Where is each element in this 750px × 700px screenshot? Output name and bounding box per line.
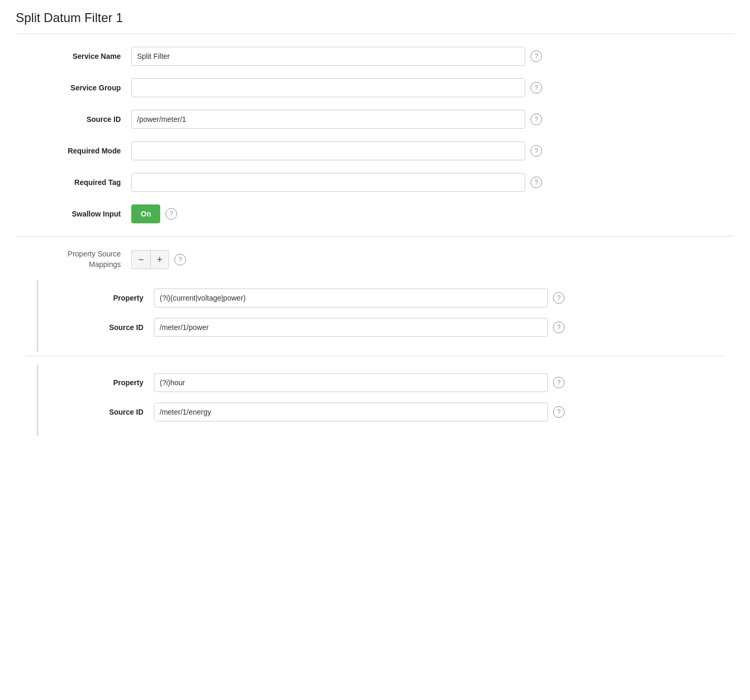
swallow-input-row: Swallow Input On ?: [16, 204, 734, 223]
mapping-2-property-row: Property ?: [38, 373, 734, 392]
remove-mapping-button[interactable]: −: [131, 250, 150, 269]
mapping-2-source-id-row: Source ID ?: [38, 403, 734, 421]
page-title: Split Datum Filter 1: [16, 11, 734, 34]
swallow-input-wrap: On ?: [131, 204, 724, 223]
mapping-2-property-label: Property: [49, 378, 154, 387]
mapping-block-2: Property ? Source ID ?: [37, 365, 734, 436]
mapping-2-property-input[interactable]: [154, 373, 548, 392]
swallow-input-help-icon[interactable]: ?: [165, 208, 177, 220]
mapping-2-source-id-label: Source ID: [49, 408, 154, 416]
required-mode-input-wrap: ?: [131, 141, 724, 160]
service-group-help-icon[interactable]: ?: [530, 82, 542, 94]
mapping-2-source-id-help-icon[interactable]: ?: [553, 406, 565, 418]
mapping-1-source-id-input-wrap: ?: [154, 318, 724, 337]
mapping-1-source-id-input[interactable]: [154, 318, 548, 337]
mapping-1-property-label: Property: [49, 294, 154, 302]
mappings-btn-group: − +: [131, 250, 169, 269]
required-tag-input-wrap: ?: [131, 173, 724, 192]
mapping-1-source-id-row: Source ID ?: [38, 318, 734, 337]
mapping-2-source-id-input-wrap: ?: [154, 403, 724, 421]
source-id-input[interactable]: [131, 110, 525, 129]
property-mappings-label: Property SourceMappings: [26, 249, 131, 270]
mapping-1-property-input[interactable]: [154, 289, 548, 307]
mapping-block-divider: [26, 356, 724, 356]
source-id-row: Source ID ?: [16, 110, 734, 129]
source-id-input-wrap: ?: [131, 110, 724, 129]
property-mappings-row: Property SourceMappings − + ?: [16, 249, 734, 270]
mapping-1-property-help-icon[interactable]: ?: [553, 292, 565, 304]
mapping-1-property-row: Property ?: [38, 289, 734, 307]
mapping-1-source-id-label: Source ID: [49, 323, 154, 332]
section-divider: [16, 236, 734, 236]
service-name-row: Service Name ?: [16, 47, 734, 66]
source-id-label: Source ID: [26, 115, 131, 123]
mapping-2-property-input-wrap: ?: [154, 373, 724, 392]
service-group-row: Service Group ?: [16, 78, 734, 97]
add-mapping-button[interactable]: +: [150, 250, 169, 269]
swallow-input-label: Swallow Input: [26, 210, 131, 218]
mapping-2-property-help-icon[interactable]: ?: [553, 377, 565, 388]
property-mappings-controls: − + ?: [131, 250, 724, 269]
service-group-input-wrap: ?: [131, 78, 724, 97]
required-mode-row: Required Mode ?: [16, 141, 734, 160]
swallow-input-toggle[interactable]: On: [131, 204, 160, 223]
required-mode-help-icon[interactable]: ?: [530, 145, 542, 157]
source-id-help-icon[interactable]: ?: [530, 114, 542, 125]
service-group-input[interactable]: [131, 78, 525, 97]
required-mode-label: Required Mode: [26, 147, 131, 155]
required-tag-input[interactable]: [131, 173, 525, 192]
main-form: Service Name ? Service Group ? Source ID…: [16, 47, 734, 436]
required-mode-input[interactable]: [131, 141, 525, 160]
service-name-help-icon[interactable]: ?: [530, 50, 542, 62]
property-mappings-help-icon[interactable]: ?: [174, 254, 186, 265]
service-name-input[interactable]: [131, 47, 525, 66]
mapping-1-property-input-wrap: ?: [154, 289, 724, 307]
required-tag-label: Required Tag: [26, 178, 131, 187]
mapping-2-source-id-input[interactable]: [154, 403, 548, 421]
service-name-label: Service Name: [26, 52, 131, 60]
mapping-block-1: Property ? Source ID ?: [37, 280, 734, 352]
service-group-label: Service Group: [26, 84, 131, 92]
mapping-1-source-id-help-icon[interactable]: ?: [553, 322, 565, 333]
service-name-input-wrap: ?: [131, 47, 724, 66]
required-tag-row: Required Tag ?: [16, 173, 734, 192]
required-tag-help-icon[interactable]: ?: [530, 177, 542, 188]
